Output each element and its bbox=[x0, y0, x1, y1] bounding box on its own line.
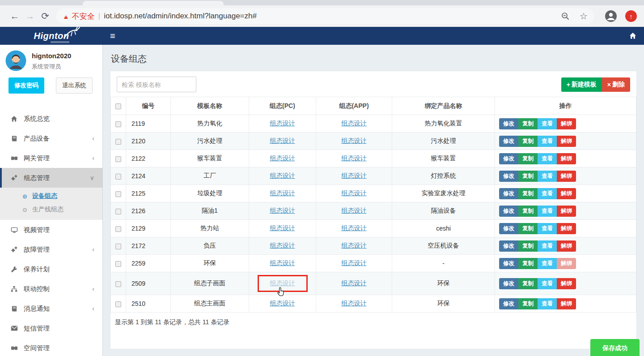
copy-button[interactable]: 复制 bbox=[518, 188, 538, 199]
sidebar-item-maintenance-plan[interactable]: 保养计划 bbox=[0, 259, 102, 279]
view-button[interactable]: 查看 bbox=[538, 188, 557, 199]
app-design-link[interactable]: 组态设计 bbox=[342, 224, 367, 232]
address-bar[interactable]: ▲! 不安全 | iot.idosp.net/admin/index.html?… bbox=[56, 8, 594, 24]
copy-button[interactable]: 复制 bbox=[518, 278, 538, 289]
sidebar-item-gateway-management[interactable]: 网关管理 ‹ bbox=[0, 148, 102, 168]
app-design-link[interactable]: 组态设计 bbox=[342, 154, 367, 162]
modify-button[interactable]: 修改 bbox=[499, 136, 518, 147]
sidebar-item-video-management[interactable]: 视频管理 bbox=[0, 220, 102, 240]
copy-button[interactable]: 复制 bbox=[518, 118, 538, 129]
home-icon[interactable] bbox=[629, 32, 637, 39]
profile-icon[interactable] bbox=[605, 10, 617, 22]
sidebar-item-sms-management[interactable]: 短信管理 bbox=[0, 318, 102, 338]
modify-button[interactable]: 修改 bbox=[499, 153, 518, 164]
copy-button[interactable]: 复制 bbox=[518, 153, 538, 164]
app-design-link[interactable]: 组态设计 bbox=[342, 259, 367, 266]
pc-design-link[interactable]: 组态设计 bbox=[270, 300, 295, 307]
pc-design-link[interactable]: 组态设计 bbox=[270, 242, 295, 249]
pc-design-link[interactable]: 组态设计 bbox=[270, 224, 295, 232]
modify-button[interactable]: 修改 bbox=[499, 298, 518, 309]
pc-design-link[interactable]: 组态设计 bbox=[270, 279, 295, 287]
unbind-button[interactable]: 解绑 bbox=[557, 223, 576, 234]
copy-button[interactable]: 复制 bbox=[518, 223, 538, 234]
new-template-button[interactable]: +新建模板 bbox=[561, 77, 602, 92]
logout-button[interactable]: 退出系统 bbox=[56, 77, 93, 94]
row-checkbox[interactable] bbox=[115, 174, 121, 180]
view-button[interactable]: 查看 bbox=[538, 258, 557, 269]
view-button[interactable]: 查看 bbox=[538, 118, 557, 129]
security-chip[interactable]: ▲! 不安全 bbox=[63, 11, 95, 21]
copy-button[interactable]: 复制 bbox=[518, 206, 538, 217]
unbind-button[interactable]: 解绑 bbox=[557, 240, 576, 252]
modify-button[interactable]: 修改 bbox=[499, 171, 518, 182]
unbind-button[interactable]: 解绑 bbox=[557, 206, 576, 217]
url-text[interactable]: iot.idosp.net/admin/index.html?language=… bbox=[104, 12, 557, 21]
bookmark-star-icon[interactable]: ☆ bbox=[580, 11, 588, 21]
copy-button[interactable]: 复制 bbox=[518, 298, 538, 309]
unbind-button[interactable]: 解绑 bbox=[557, 278, 576, 289]
brand-logo[interactable]: Hignton bbox=[0, 27, 103, 45]
browser-tab[interactable] bbox=[83, 1, 224, 5]
sidebar-item-device-configuration[interactable]: ⊙ 设备组态 bbox=[0, 189, 102, 203]
row-checkbox[interactable] bbox=[115, 191, 121, 197]
sidebar-item-production-line-configuration[interactable]: ⊙ 生产线组态 bbox=[0, 203, 102, 216]
header-checkbox[interactable] bbox=[115, 103, 121, 109]
copy-button[interactable]: 复制 bbox=[518, 171, 538, 182]
zoom-icon[interactable] bbox=[561, 12, 570, 21]
view-button[interactable]: 查看 bbox=[538, 206, 557, 217]
unbind-button[interactable]: 解绑 bbox=[557, 298, 576, 309]
app-design-link[interactable]: 组态设计 bbox=[342, 242, 367, 249]
view-button[interactable]: 查看 bbox=[538, 278, 557, 289]
sidebar-item-configuration-management[interactable]: 组态管理 ∨ bbox=[0, 168, 102, 188]
modify-button[interactable]: 修改 bbox=[499, 206, 518, 217]
row-checkbox[interactable] bbox=[115, 156, 121, 162]
change-password-button[interactable]: 修改密码 bbox=[8, 77, 44, 94]
sidebar-item-product-devices[interactable]: 产品设备 ‹ bbox=[0, 129, 102, 148]
modify-button[interactable]: 修改 bbox=[499, 240, 518, 252]
modify-button[interactable]: 修改 bbox=[499, 118, 518, 129]
view-button[interactable]: 查看 bbox=[538, 223, 557, 234]
modify-button[interactable]: 修改 bbox=[499, 278, 518, 289]
copy-button[interactable]: 复制 bbox=[518, 136, 538, 147]
modify-button[interactable]: 修改 bbox=[499, 188, 518, 199]
app-design-link[interactable]: 组态设计 bbox=[342, 300, 367, 307]
pc-design-link[interactable]: 组态设计 bbox=[270, 189, 295, 197]
app-design-link[interactable]: 组态设计 bbox=[342, 207, 367, 214]
view-button[interactable]: 查看 bbox=[538, 171, 557, 182]
sidebar-toggle-icon[interactable]: ≡ bbox=[110, 31, 115, 40]
extension-badge-icon[interactable]: ↑ bbox=[625, 10, 637, 22]
pc-design-link[interactable]: 组态设计 bbox=[270, 154, 295, 162]
row-checkbox[interactable] bbox=[115, 244, 121, 249]
search-input[interactable] bbox=[117, 77, 196, 92]
row-checkbox[interactable] bbox=[115, 301, 121, 307]
pc-design-link[interactable]: 组态设计 bbox=[270, 137, 295, 144]
pc-design-link[interactable]: 组态设计 bbox=[270, 259, 295, 266]
row-checkbox[interactable] bbox=[115, 226, 121, 232]
back-icon[interactable]: ← bbox=[7, 11, 22, 21]
delete-button[interactable]: ×删除 bbox=[602, 77, 630, 92]
sidebar-item-fault-management[interactable]: 故障管理 ‹ bbox=[0, 240, 102, 259]
sidebar-item-message-notification[interactable]: 消息通知 ‹ bbox=[0, 299, 102, 318]
unbind-button[interactable]: 解绑 bbox=[557, 153, 576, 164]
sidebar-item-space-management[interactable]: 空间管理 bbox=[0, 338, 102, 356]
view-button[interactable]: 查看 bbox=[538, 240, 557, 252]
unbind-button[interactable]: 解绑 bbox=[557, 136, 576, 147]
view-button[interactable]: 查看 bbox=[538, 153, 557, 164]
row-checkbox[interactable] bbox=[115, 121, 121, 127]
pc-design-link[interactable]: 组态设计 bbox=[270, 207, 295, 214]
sidebar-item-system-overview[interactable]: 系统总览 bbox=[0, 109, 102, 129]
unbind-button[interactable]: 解绑 bbox=[557, 188, 576, 199]
row-checkbox[interactable] bbox=[115, 209, 121, 214]
view-button[interactable]: 查看 bbox=[538, 136, 557, 147]
app-design-link[interactable]: 组态设计 bbox=[342, 189, 367, 197]
copy-button[interactable]: 复制 bbox=[518, 240, 538, 252]
pc-design-link[interactable]: 组态设计 bbox=[270, 172, 295, 179]
unbind-button[interactable]: 解绑 bbox=[557, 118, 576, 129]
app-design-link[interactable]: 组态设计 bbox=[342, 279, 367, 287]
view-button[interactable]: 查看 bbox=[538, 298, 557, 309]
modify-button[interactable]: 修改 bbox=[499, 223, 518, 234]
app-design-link[interactable]: 组态设计 bbox=[342, 120, 367, 127]
pc-design-link[interactable]: 组态设计 bbox=[270, 120, 295, 127]
row-checkbox[interactable] bbox=[115, 261, 121, 267]
app-design-link[interactable]: 组态设计 bbox=[342, 172, 367, 179]
